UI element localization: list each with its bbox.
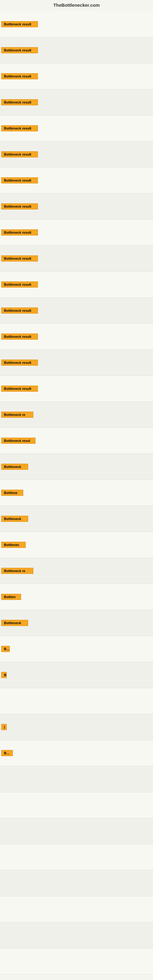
bottleneck-result-badge[interactable]: Bottleneck result	[1, 360, 38, 366]
list-item: Bottleneck result	[0, 324, 153, 350]
list-item	[0, 870, 153, 896]
list-item: Bottleneck result	[0, 220, 153, 246]
bottleneck-result-badge[interactable]: Bottleneck result	[1, 177, 38, 183]
list-item	[0, 818, 153, 844]
bottleneck-result-badge[interactable]: Bottleneck result	[1, 73, 38, 79]
bottleneck-result-badge[interactable]: Bottlenec	[1, 542, 26, 548]
list-item: Bottleneck result	[0, 350, 153, 376]
list-item: Bottleneck result	[0, 167, 153, 194]
bottleneck-result-badge[interactable]: Bott	[1, 750, 13, 756]
list-item: Bottleneck result	[0, 142, 153, 167]
list-item	[0, 923, 153, 948]
list-item: Bottleneck	[0, 506, 153, 532]
bottleneck-result-badge[interactable]: Bottlene	[1, 490, 23, 496]
list-item: Bottleneck	[0, 454, 153, 480]
list-item: Bo	[0, 636, 153, 662]
list-item: Bottlen	[0, 584, 153, 610]
bottleneck-result-badge[interactable]: Bottleneck result	[1, 307, 38, 313]
bottleneck-result-badge[interactable]: Bottleneck re	[1, 412, 33, 418]
list-item: Bottleneck result	[0, 376, 153, 402]
bottleneck-result-badge[interactable]: Bottlen	[1, 594, 21, 600]
list-item: Bottleneck resul	[0, 428, 153, 454]
bottleneck-result-badge[interactable]: Bottleneck result	[1, 125, 38, 131]
list-item: Bottleneck result	[0, 11, 153, 37]
list-item: Bottleneck	[0, 610, 153, 636]
list-item: Bottlene	[0, 480, 153, 506]
bottleneck-result-badge[interactable]: Bo	[1, 646, 10, 652]
bottleneck-result-badge[interactable]: B	[1, 672, 7, 678]
bottleneck-result-badge[interactable]: Bottleneck result	[1, 204, 38, 210]
bottleneck-result-badge[interactable]: Bottleneck result	[1, 99, 38, 105]
list-item: Bottleneck result	[0, 37, 153, 64]
bottleneck-result-badge[interactable]: Bottleneck re	[1, 568, 33, 574]
list-item	[0, 688, 153, 714]
list-item: B	[0, 662, 153, 688]
list-item	[0, 766, 153, 792]
bottleneck-result-badge[interactable]: Bottleneck	[1, 464, 28, 470]
bottleneck-result-badge[interactable]: Bottleneck result	[1, 385, 38, 392]
list-item: Bottleneck result	[0, 89, 153, 115]
bottleneck-result-badge[interactable]: Bottleneck resul	[1, 438, 35, 444]
list-item: Bottleneck re	[0, 558, 153, 584]
list-item	[0, 948, 153, 975]
list-item: Bottleneck result	[0, 272, 153, 298]
bottleneck-result-badge[interactable]: Bottleneck result	[1, 255, 38, 261]
bottleneck-result-badge[interactable]: Bottleneck result	[1, 47, 38, 53]
list-item: |	[0, 714, 153, 740]
list-item: Bottleneck result	[0, 246, 153, 272]
bottleneck-result-badge[interactable]: Bottleneck result	[1, 282, 38, 288]
bottleneck-result-badge[interactable]: |	[1, 724, 7, 730]
list-item: Bottleneck result	[0, 115, 153, 142]
list-item: Bottleneck result	[0, 64, 153, 89]
site-title: TheBottlenecker.com	[53, 2, 100, 8]
list-item: Bottlenec	[0, 532, 153, 558]
list-item: Bottleneck result	[0, 298, 153, 324]
header: TheBottlenecker.com	[0, 0, 153, 11]
list-item	[0, 792, 153, 818]
bottleneck-result-badge[interactable]: Bottleneck	[1, 516, 28, 522]
list-item: Bottleneck result	[0, 194, 153, 220]
bottleneck-result-badge[interactable]: Bottleneck result	[1, 334, 38, 340]
list-item: Bott	[0, 740, 153, 766]
bottleneck-result-badge[interactable]: Bottleneck result	[1, 21, 38, 27]
list-item: Bottleneck re	[0, 402, 153, 428]
bottleneck-result-badge[interactable]: Bottleneck result	[1, 151, 38, 158]
bottleneck-result-badge[interactable]: Bottleneck	[1, 620, 28, 626]
list-item	[0, 896, 153, 923]
bottleneck-result-badge[interactable]: Bottleneck result	[1, 229, 38, 235]
list-item	[0, 844, 153, 870]
